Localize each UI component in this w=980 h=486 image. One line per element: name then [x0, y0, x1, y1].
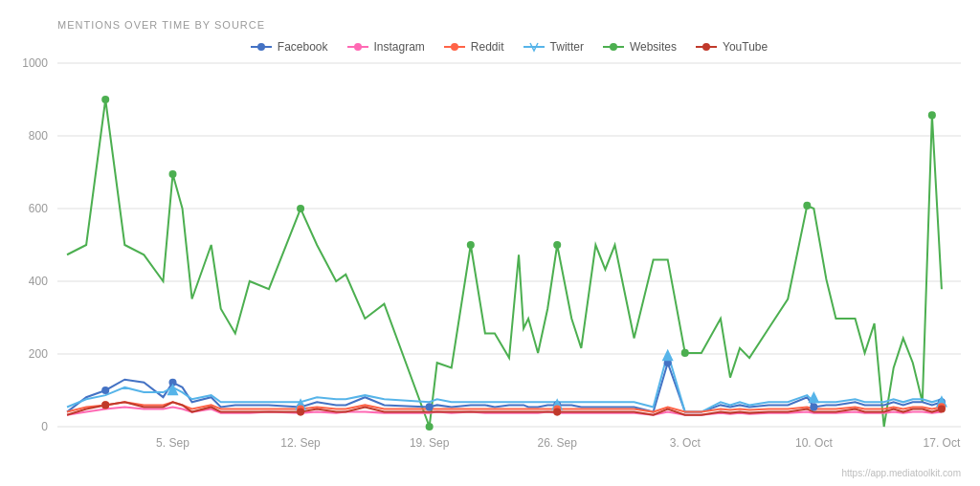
svg-text:19. Sep: 19. Sep: [410, 435, 450, 449]
facebook-dot: [101, 387, 109, 394]
svg-text:400: 400: [29, 275, 48, 288]
main-chart: 1000 800 600 400 200 0 5. Sep 12. Sep 19…: [57, 63, 961, 427]
legend-label-facebook: Facebook: [278, 40, 328, 54]
chart-title: MENTIONS OVER TIME BY SOURCE: [57, 19, 961, 31]
svg-text:10. Oct: 10. Oct: [795, 435, 833, 449]
svg-text:600: 600: [29, 202, 48, 215]
legend-item-instagram: Instagram: [347, 40, 425, 54]
legend-label-twitter: Twitter: [550, 40, 584, 54]
svg-point-8: [610, 43, 617, 51]
websites-dot: [297, 205, 304, 212]
websites-dot: [467, 241, 475, 249]
svg-text:1000: 1000: [22, 56, 48, 70]
svg-point-5: [451, 43, 458, 51]
websites-dot: [101, 96, 109, 103]
legend-item-youtube: YouTube: [696, 40, 768, 54]
websites-dot: [928, 111, 936, 119]
legend-item-reddit: Reddit: [444, 40, 504, 54]
svg-text:26. Sep: 26. Sep: [537, 435, 577, 449]
facebook-dot: [810, 403, 817, 410]
legend-label-youtube: YouTube: [723, 40, 768, 54]
svg-text:12. Sep: 12. Sep: [280, 435, 321, 449]
svg-point-3: [354, 43, 362, 51]
legend-label-instagram: Instagram: [374, 40, 425, 54]
legend-item-websites: Websites: [603, 40, 677, 54]
svg-text:800: 800: [29, 129, 48, 143]
svg-point-10: [702, 43, 710, 51]
svg-text:3. Oct: 3. Oct: [670, 435, 702, 449]
websites-line: [67, 99, 942, 427]
twitter-marker: [662, 349, 674, 361]
svg-text:17. Oct: 17. Oct: [924, 435, 961, 449]
watermark: https://app.mediatoolkit.com: [841, 468, 961, 478]
websites-dot: [553, 241, 561, 249]
chart-container: MENTIONS OVER TIME BY SOURCE Facebook In…: [0, 0, 980, 486]
youtube-dot: [553, 408, 561, 415]
websites-dot: [426, 423, 434, 431]
facebook-line: [67, 363, 942, 411]
legend-label-reddit: Reddit: [471, 40, 504, 54]
svg-text:200: 200: [29, 347, 48, 361]
websites-dot: [803, 202, 811, 210]
websites-dot: [681, 349, 689, 357]
websites-dot: [168, 170, 176, 178]
chart-legend: Facebook Instagram Reddit Twitter Websit…: [57, 40, 961, 54]
svg-text:0: 0: [41, 420, 48, 433]
svg-text:5. Sep: 5. Sep: [156, 435, 189, 449]
legend-label-websites: Websites: [630, 40, 677, 54]
youtube-dot: [101, 401, 109, 409]
legend-item-facebook: Facebook: [251, 40, 328, 54]
legend-item-twitter: Twitter: [523, 40, 584, 54]
youtube-dot: [938, 405, 946, 412]
svg-point-1: [257, 43, 265, 51]
youtube-dot: [297, 408, 304, 415]
facebook-dot: [426, 403, 434, 410]
